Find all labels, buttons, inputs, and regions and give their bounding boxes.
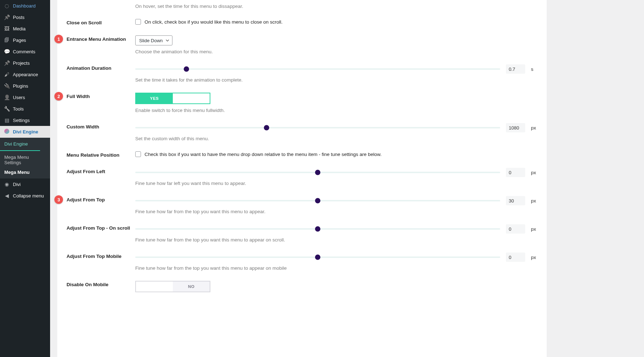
sidebar-item-settings[interactable]: Settings <box>0 114 50 126</box>
tools-icon <box>4 106 10 112</box>
sidebar-item-posts[interactable]: Posts <box>0 11 50 23</box>
slider-thumb[interactable] <box>264 125 269 131</box>
sidebar-item-projects[interactable]: Projects <box>0 57 50 69</box>
slider-thumb[interactable] <box>315 198 321 204</box>
close-on-scroll-desc: On click, check box if you would like th… <box>145 19 283 25</box>
annotation-3: 3 <box>54 195 63 204</box>
adjust-top-value[interactable] <box>506 196 525 205</box>
pages-icon <box>4 37 10 43</box>
full-width-label: Full Width <box>67 93 135 99</box>
subnav-divider <box>0 150 40 151</box>
settings-icon <box>4 117 10 123</box>
dashboard-icon <box>4 3 10 9</box>
entrance-animation-select[interactable]: Slide Down <box>135 35 172 45</box>
adjust-left-slider[interactable] <box>135 172 500 173</box>
animation-duration-desc: Set the time it takes for the animation … <box>135 77 537 83</box>
plugins-icon <box>4 83 10 89</box>
appearance-icon <box>4 72 10 77</box>
adjust-top-scroll-label: Adjust From Top - On scroll <box>67 224 135 231</box>
animation-duration-value[interactable] <box>506 64 525 74</box>
adjust-left-desc: Fine tune how far left you want this men… <box>135 181 537 186</box>
subnav-item-engine[interactable]: Divi Engine <box>0 139 50 149</box>
pin-icon <box>4 14 10 20</box>
setting-row-animation-duration: Animation Duration s Set the time it tak… <box>67 58 537 86</box>
sidebar-item-divi-engine[interactable]: Divi Engine <box>0 126 50 138</box>
collapse-icon <box>4 193 10 199</box>
sidebar-item-label: Settings <box>13 118 30 123</box>
full-width-toggle[interactable]: YES <box>135 93 210 104</box>
menu-relative-label: Menu Relative Position <box>67 151 135 158</box>
animation-duration-slider[interactable] <box>135 68 500 70</box>
adjust-top-unit: px <box>531 198 537 204</box>
sidebar-item-appearance[interactable]: Appearance <box>0 69 50 80</box>
sidebar-item-label: Plugins <box>13 83 28 89</box>
custom-width-label: Custom Width <box>67 123 135 129</box>
comments-icon <box>4 49 10 54</box>
adjust-top-mobile-value[interactable] <box>506 253 525 262</box>
disable-mobile-toggle[interactable]: NO <box>135 281 210 292</box>
adjust-left-unit: px <box>531 170 537 175</box>
entrance-animation-label: Entrance Menu Animation <box>67 35 135 42</box>
sidebar-item-label: Users <box>13 95 25 100</box>
close-on-scroll-checkbox[interactable] <box>135 19 141 25</box>
menu-relative-checkbox[interactable] <box>135 151 141 157</box>
custom-width-slider[interactable] <box>135 127 500 128</box>
sidebar-item-collapse[interactable]: Collapse menu <box>0 190 50 201</box>
close-on-scroll-label: Close on Scroll <box>67 19 135 25</box>
pin-icon <box>4 60 10 66</box>
setting-row-custom-width: Custom Width px Set the custom width of … <box>67 117 537 145</box>
adjust-top-mobile-desc: Fine tune how far from the top you want … <box>135 265 537 271</box>
toggle-no-blank[interactable] <box>173 93 210 103</box>
animation-duration-label: Animation Duration <box>67 64 135 71</box>
sidebar-item-label: Posts <box>13 15 25 20</box>
setting-row-full-width: Full Width YES Enable switch to force th… <box>67 86 537 117</box>
slider-thumb[interactable] <box>315 255 321 260</box>
setting-row-adjust-top-mobile: Adjust From Top Mobile px Fine tune how … <box>67 246 537 274</box>
settings-panel: On hover, set the time for this menu to … <box>57 0 547 357</box>
custom-width-unit: px <box>531 125 537 131</box>
slider-thumb[interactable] <box>315 170 321 175</box>
sidebar-item-label: Media <box>13 26 25 31</box>
sidebar-subnav: Divi Engine Mega Menu Settings Mega Menu <box>0 138 50 178</box>
setting-row-menu-relative: Menu Relative Position Check this box if… <box>67 145 537 161</box>
sidebar-item-dashboard[interactable]: Dashboard <box>0 0 50 11</box>
setting-row-close-on-scroll: Close on Scroll On click, check box if y… <box>67 13 537 29</box>
sidebar-item-divi[interactable]: Divi <box>0 178 50 190</box>
setting-row-adjust-left: Adjust From Left px Fine tune how far le… <box>67 161 537 190</box>
adjust-top-scroll-desc: Fine tune how far from the top you want … <box>135 237 537 243</box>
sidebar-item-pages[interactable]: Pages <box>0 34 50 46</box>
subnav-item-settings[interactable]: Mega Menu Settings <box>0 152 50 167</box>
users-icon <box>4 94 10 100</box>
toggle-no[interactable]: NO <box>173 282 210 292</box>
sidebar-item-label: Divi <box>13 182 21 187</box>
sidebar-item-users[interactable]: Users <box>0 92 50 103</box>
subnav-item-megamenu[interactable]: Mega Menu <box>0 167 50 177</box>
divi-engine-icon <box>4 129 10 135</box>
adjust-top-slider[interactable] <box>135 200 500 201</box>
adjust-left-value[interactable] <box>506 168 525 177</box>
disable-mobile-label: Disable On Mobile <box>67 281 135 287</box>
sidebar-item-media[interactable]: Media <box>0 23 50 34</box>
toggle-yes[interactable]: YES <box>136 93 173 103</box>
toggle-yes-blank[interactable] <box>136 282 173 292</box>
sidebar-item-comments[interactable]: Comments <box>0 46 50 57</box>
custom-width-value[interactable] <box>506 123 525 132</box>
adjust-top-scroll-unit: px <box>531 226 537 232</box>
sidebar-item-plugins[interactable]: Plugins <box>0 80 50 92</box>
adjust-top-scroll-slider[interactable] <box>135 228 500 230</box>
slider-thumb[interactable] <box>315 226 321 232</box>
sidebar-item-label: Projects <box>13 60 30 66</box>
admin-sidebar: Dashboard Posts Media Pages Comments Pro… <box>0 0 50 357</box>
adjust-top-mobile-unit: px <box>531 255 537 260</box>
divi-icon <box>4 181 10 187</box>
sidebar-item-tools[interactable]: Tools <box>0 103 50 114</box>
full-width-desc: Enable switch to force this menu fullwid… <box>135 108 537 113</box>
sidebar-item-label: Divi Engine <box>13 129 38 135</box>
annotation-2: 2 <box>54 92 63 101</box>
menu-relative-desc: Check this box if you want to have the m… <box>145 152 382 157</box>
setting-row-disable-mobile: Disable On Mobile NO <box>67 274 537 296</box>
adjust-top-mobile-slider[interactable] <box>135 256 500 258</box>
sidebar-item-label: Pages <box>13 38 26 43</box>
slider-thumb[interactable] <box>184 67 189 72</box>
adjust-top-scroll-value[interactable] <box>506 224 525 234</box>
